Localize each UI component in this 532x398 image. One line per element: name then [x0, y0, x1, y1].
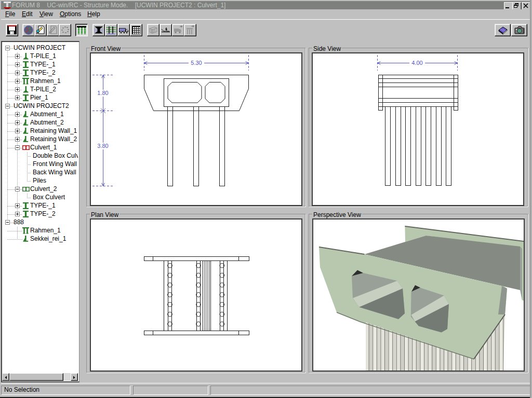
- svg-text:5.30: 5.30: [191, 60, 202, 66]
- svg-text:1.80: 1.80: [97, 90, 108, 96]
- svg-text:3.80: 3.80: [97, 143, 108, 149]
- svg-text:4.00: 4.00: [411, 60, 422, 66]
